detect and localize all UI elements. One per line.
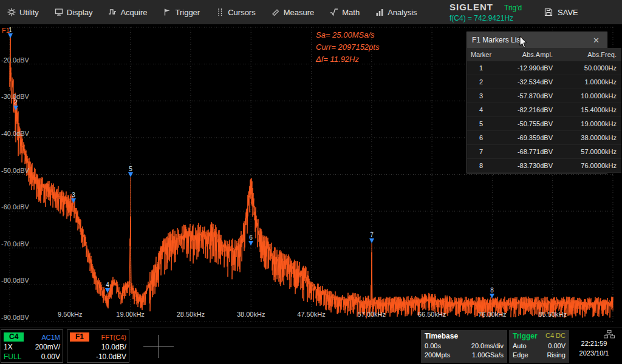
x-axis-label: 19.00kHz	[116, 311, 144, 318]
menu-analysis-label: Analysis	[388, 8, 417, 17]
marker-row[interactable]: 2-32.534dBV1.0000kHz	[467, 75, 621, 89]
marker-arrow-icon	[128, 172, 133, 177]
marker-cell: 1.0000kHz	[559, 75, 621, 89]
f1-reference: -10.0dBV	[96, 352, 126, 361]
save-button[interactable]: SAVE	[544, 0, 578, 24]
timebase-delay: 0.00s	[425, 342, 441, 349]
x-axis-label: 85.50kHz	[538, 311, 566, 318]
marker-number: 3	[72, 192, 75, 198]
menu-utility[interactable]: Utility	[7, 8, 39, 17]
menu-display-label: Display	[67, 8, 93, 17]
marker-cell: 3	[467, 89, 495, 103]
y-axis-label: -50.0dBV	[1, 167, 29, 174]
trace-marker-2[interactable]: 2	[13, 99, 18, 110]
timebase-samplerate: 1.00GSa/s	[472, 351, 504, 359]
menu-acquire-label: Acquire	[120, 8, 147, 17]
x-axis-label: 28.50kHz	[177, 311, 205, 318]
frequency-counter-readout: f(C4) = 742.9421Hz	[449, 14, 522, 22]
marker-arrow-icon	[13, 106, 18, 110]
marker-cell: 10.0000kHz	[559, 89, 621, 103]
clock-date: 2023/10/1	[579, 348, 609, 358]
timebase-points: 200Mpts	[425, 351, 450, 359]
menu-acquire[interactable]: Acquire	[108, 8, 147, 17]
marker-arrow-icon	[490, 294, 494, 298]
marker-cell: 6	[467, 131, 495, 145]
c4-bandwidth: FULL	[4, 352, 21, 361]
timebase-box[interactable]: Timebase 0.00s 20.0ms/div 200Mpts 1.00GS…	[421, 330, 507, 363]
mouse-cursor	[519, 36, 528, 49]
trace-marker-3[interactable]: 3	[71, 192, 76, 203]
marker-number: 4	[106, 281, 109, 288]
y-axis-label: -40.0dBV	[1, 130, 29, 137]
measure-icon	[272, 8, 280, 16]
trace-marker-5[interactable]: 5	[128, 166, 133, 177]
marker-number: 2	[14, 99, 18, 106]
oscilloscope-screen: Utility Display Acquire Trigger	[0, 0, 622, 364]
network-icon[interactable]	[604, 330, 615, 339]
marker-row[interactable]: 1-12.990dBV50.0000Hz	[467, 61, 621, 75]
x-axis-label: 57.00kHz	[358, 311, 386, 318]
menu-math-label: Math	[342, 8, 360, 17]
trace-marker-1[interactable]: 1	[8, 27, 13, 38]
marker-arrow-icon	[105, 288, 110, 293]
menu-utility-label: Utility	[19, 8, 39, 17]
marker-number: 7	[370, 232, 374, 238]
menu-analysis[interactable]: Analysis	[375, 8, 417, 17]
markers-panel-header[interactable]: F1 Markers List ✕	[467, 32, 607, 48]
y-axis-label: -80.0dBV	[1, 277, 29, 284]
menu-display[interactable]: Display	[55, 8, 93, 17]
x-axis-label: 66.50kHz	[418, 311, 446, 318]
trigger-status-badge: Trig'd	[504, 4, 522, 12]
x-axis-label: 38.00kHz	[237, 311, 265, 318]
marker-row[interactable]: 8-83.730dBV76.0000kHz	[467, 159, 621, 173]
marker-cell: -68.771dBV	[495, 145, 559, 159]
c4-channel-chip: C4	[4, 332, 24, 342]
gear-icon	[7, 8, 16, 16]
marker-arrow-icon	[71, 198, 76, 203]
col-marker: Marker	[467, 48, 495, 61]
marker-number: 1	[9, 27, 12, 33]
marker-row[interactable]: 7-68.771dBV57.0000kHz	[467, 145, 621, 159]
c4-offset: 0.00V	[41, 352, 60, 361]
marker-number: 5	[129, 166, 132, 172]
delta-f-readout: Δf= 11.92Hz	[316, 53, 379, 66]
trigger-slope: Rising	[547, 351, 566, 359]
trace-marker-4[interactable]: 4	[105, 281, 110, 293]
math-f1-box[interactable]: F1 FFT(C4) 10.0dB/ -10.0dBV	[67, 329, 129, 363]
trace-marker-7[interactable]: 7	[369, 232, 374, 243]
y-axis-label: -60.0dBV	[1, 203, 29, 211]
top-menu-bar: Utility Display Acquire Trigger	[0, 0, 622, 24]
c4-scale: 200mV/	[35, 343, 60, 351]
marker-row[interactable]: 5-50.755dBV19.0000kHz	[467, 117, 621, 131]
marker-arrow-icon	[248, 241, 253, 246]
x-axis-label: 76.00kHz	[478, 311, 506, 318]
marker-cell: 8	[467, 159, 495, 173]
menu-measure[interactable]: Measure	[272, 8, 315, 17]
trace-marker-6[interactable]: 6	[248, 234, 253, 246]
menu-trigger[interactable]: Trigger	[163, 8, 200, 17]
trigger-level: 0.00V	[548, 342, 566, 349]
sample-rate-readout: Sa= 25.00MSa/s	[316, 29, 379, 41]
marker-number: 8	[490, 287, 494, 294]
trigger-mode: Auto	[513, 342, 527, 349]
trigger-source: C4 DC	[545, 332, 566, 340]
marker-cell: 38.0000kHz	[559, 131, 621, 145]
timebase-scale: 20.0ms/div	[471, 342, 504, 349]
marker-cell: 15.4000kHz	[559, 103, 621, 117]
marker-arrow-icon	[8, 33, 13, 38]
trigger-type: Edge	[513, 351, 528, 359]
menu-math[interactable]: Math	[330, 8, 360, 17]
clock-time: 22:21:59	[581, 339, 607, 348]
marker-row[interactable]: 4-82.216dBV15.4000kHz	[467, 103, 621, 117]
col-abs-ampl: Abs.Ampl.	[495, 48, 559, 61]
analysis-icon	[375, 8, 384, 16]
trace-marker-8[interactable]: 8	[490, 287, 494, 298]
channel-c4-box[interactable]: C4 AC1M 1X 200mV/ FULL 0.00V	[1, 329, 63, 363]
marker-row[interactable]: 6-69.359dBV38.0000kHz	[467, 131, 621, 145]
close-icon[interactable]: ✕	[590, 36, 602, 45]
col-abs-freq: Abs.Freq.	[559, 48, 621, 61]
menu-cursors[interactable]: Cursors	[216, 8, 256, 17]
marker-row[interactable]: 3-57.870dBV10.0000kHz	[467, 89, 621, 103]
menu-measure-label: Measure	[284, 8, 315, 17]
trigger-box[interactable]: Trigger C4 DC Auto 0.00V Edge Rising	[509, 330, 569, 363]
